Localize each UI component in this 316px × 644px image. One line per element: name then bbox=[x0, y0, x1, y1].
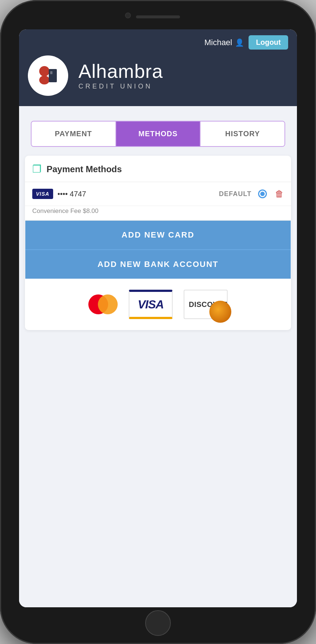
section-title: Payment Methods bbox=[47, 164, 122, 174]
visa-logo-text: VISA bbox=[138, 298, 164, 311]
tab-history[interactable]: HISTORY bbox=[201, 122, 284, 146]
header-top: Michael 👤 Logout bbox=[28, 35, 288, 50]
user-name: Michael 👤 bbox=[204, 38, 244, 47]
radio-inner bbox=[260, 192, 265, 196]
bookmark-icon: ❐ bbox=[32, 163, 41, 175]
tab-payment[interactable]: PAYMENT bbox=[32, 122, 116, 146]
phone-frame: Michael 👤 Logout bbox=[0, 0, 316, 644]
brand-logo bbox=[28, 55, 68, 96]
card-number: •••• 4747 bbox=[58, 190, 215, 198]
brand-text: Alhambra CREDIT UNION bbox=[78, 61, 163, 90]
mastercard-logo bbox=[88, 294, 118, 314]
brand-area: Alhambra CREDIT UNION bbox=[28, 55, 288, 96]
app-header: Michael 👤 Logout bbox=[19, 29, 297, 106]
delete-icon[interactable]: 🗑 bbox=[275, 189, 284, 199]
main-content: ❐ Payment Methods VISA •••• 4747 DEFAULT… bbox=[19, 147, 297, 607]
visa-logo: VISA bbox=[129, 290, 173, 319]
card-logos-area: VISA DISCOVER bbox=[25, 279, 291, 330]
discover-logo: DISCOVER bbox=[184, 290, 228, 319]
default-radio[interactable] bbox=[258, 189, 267, 198]
svg-rect-3 bbox=[49, 69, 57, 82]
payment-methods-card: ❐ Payment Methods VISA •••• 4747 DEFAULT… bbox=[25, 156, 291, 330]
phone-speaker bbox=[136, 15, 180, 18]
add-new-card-button[interactable]: ADD NEW CARD bbox=[25, 220, 291, 249]
default-label: DEFAULT bbox=[219, 190, 251, 198]
user-name-text: Michael bbox=[204, 38, 232, 47]
svg-point-0 bbox=[34, 62, 62, 90]
brand-subtitle: CREDIT UNION bbox=[78, 83, 163, 90]
discover-orange-circle bbox=[209, 301, 231, 323]
logout-button[interactable]: Logout bbox=[249, 35, 288, 50]
svg-point-1 bbox=[39, 66, 49, 76]
visa-badge: VISA bbox=[32, 189, 53, 199]
convenience-fee: Convenience Fee $8.00 bbox=[25, 206, 291, 220]
mc-circle-right bbox=[98, 294, 118, 314]
brand-name: Alhambra bbox=[78, 61, 163, 82]
phone-camera bbox=[125, 12, 131, 18]
user-icon: 👤 bbox=[235, 38, 244, 47]
logo-svg bbox=[33, 61, 63, 90]
tab-methods[interactable]: METHODS bbox=[116, 122, 201, 146]
tab-bar: PAYMENT METHODS HISTORY bbox=[31, 121, 285, 147]
home-button[interactable] bbox=[145, 610, 171, 636]
svg-rect-4 bbox=[50, 71, 52, 74]
card-row: VISA •••• 4747 DEFAULT 🗑 bbox=[25, 182, 291, 206]
svg-point-2 bbox=[39, 76, 49, 84]
screen: Michael 👤 Logout bbox=[19, 29, 297, 607]
section-header: ❐ Payment Methods bbox=[25, 156, 291, 182]
add-new-bank-button[interactable]: ADD NEW BANK ACCOUNT bbox=[25, 249, 291, 279]
